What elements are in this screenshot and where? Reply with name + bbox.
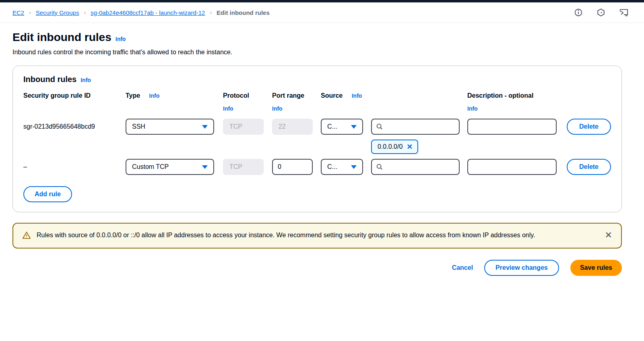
breadcrumb-separator: › [84, 9, 86, 16]
chevron-down-icon [202, 125, 208, 129]
rule-2-delete-button[interactable]: Delete [567, 159, 611, 175]
inbound-rules-panel: Inbound rules Info Security group rule I… [12, 66, 622, 212]
rule-row-2: – Custom TCP TCP C... Delete [23, 159, 611, 175]
rule-1-source-search-input[interactable] [386, 120, 455, 133]
warning-flashbar: Rules with source of 0.0.0.0/0 or ::/0 a… [12, 223, 622, 249]
rule-1-source-chip-row: 0.0.0.0/0 ✕ [371, 140, 611, 154]
rule-1-source-type-value: C... [327, 123, 337, 130]
search-icon [376, 123, 383, 130]
rule-1-source-chip: 0.0.0.0/0 ✕ [371, 140, 418, 154]
rule-2-source-type-select[interactable]: C... [321, 159, 363, 175]
warning-close-icon[interactable]: ✕ [605, 231, 612, 240]
rule-2-protocol-field: TCP [223, 159, 264, 175]
rule-2-port-input[interactable] [272, 159, 313, 175]
chevron-down-icon [351, 165, 357, 169]
rule-1-source-chip-value: 0.0.0.0/0 [378, 143, 402, 150]
page-description: Inbound rules control the incoming traff… [12, 49, 632, 56]
rule-1-description-input[interactable] [467, 119, 557, 135]
page-title-info-link[interactable]: Info [116, 36, 126, 42]
rule-1-source-search[interactable] [371, 119, 460, 135]
rule-1-port-field: 22 [272, 119, 313, 135]
page-header: Edit inbound rules Info Inbound rules co… [0, 23, 644, 56]
rule-2-type-value: Custom TCP [132, 163, 169, 170]
warning-text: Rules with source of 0.0.0.0/0 or ::/0 a… [37, 230, 599, 240]
info-icon[interactable] [574, 8, 583, 17]
rule-2-source-type-value: C... [327, 163, 337, 170]
column-header-row: Security group rule ID Type Info Protoco… [23, 92, 611, 112]
cancel-button[interactable]: Cancel [452, 264, 473, 271]
cloudshell-terminal-icon[interactable] [619, 8, 629, 17]
breadcrumb-separator: › [29, 9, 31, 16]
panel-info-link[interactable]: Info [80, 77, 91, 83]
preview-changes-button[interactable]: Preview changes [484, 260, 559, 276]
column-header-protocol: Protocol [223, 92, 264, 99]
rule-row-1: sgr-0213d95665648bcd9 SSH TCP 22 C... De… [23, 119, 611, 135]
page-title: Edit inbound rules [12, 31, 111, 44]
search-icon [376, 163, 383, 170]
source-info-link[interactable]: Info [352, 92, 362, 99]
rule-2-type-select[interactable]: Custom TCP [126, 159, 214, 175]
rule-1-delete-button[interactable]: Delete [567, 119, 611, 135]
rule-2-source-search-input[interactable] [386, 160, 455, 173]
chip-remove-icon[interactable]: ✕ [407, 143, 413, 150]
column-header-port-range: Port range [272, 92, 313, 99]
save-rules-button[interactable]: Save rules [570, 260, 622, 276]
port-range-info-link[interactable]: Info [272, 105, 283, 112]
protocol-info-link[interactable]: Info [223, 105, 233, 112]
rule-1-protocol-field: TCP [223, 119, 264, 135]
description-info-link[interactable]: Info [467, 105, 478, 112]
rule-1-type-value: SSH [132, 123, 145, 130]
column-header-rule-id: Security group rule ID [23, 92, 126, 99]
hexagon-shortcuts-icon[interactable] [597, 8, 605, 17]
chevron-down-icon [202, 165, 208, 169]
breadcrumb-security-group-id[interactable]: sg-0ab24e4608ccf17ab - launch-wizard-12 [91, 9, 205, 16]
breadcrumb-separator: › [210, 9, 212, 16]
breadcrumb-current-page: Edit inbound rules [217, 9, 270, 16]
panel-title: Inbound rules [23, 75, 76, 84]
breadcrumb: EC2 › Security Groups › sg-0ab24e4608ccf… [12, 9, 270, 16]
column-header-type: Type [126, 92, 140, 99]
rule-1-source-type-select[interactable]: C... [321, 119, 363, 135]
breadcrumb-ec2[interactable]: EC2 [12, 9, 24, 16]
rule-1-id: sgr-0213d95665648bcd9 [23, 123, 126, 130]
breadcrumb-security-groups[interactable]: Security Groups [36, 9, 79, 16]
rule-2-description-input[interactable] [467, 159, 557, 175]
rule-1-type-select[interactable]: SSH [126, 119, 214, 135]
footer-actions: Cancel Preview changes Save rules [0, 260, 622, 276]
rule-2-id: – [23, 163, 126, 170]
warning-triangle-icon [22, 231, 31, 241]
breadcrumb-bar: EC2 › Security Groups › sg-0ab24e4608ccf… [0, 2, 644, 23]
type-info-link[interactable]: Info [149, 92, 160, 99]
add-rule-button[interactable]: Add rule [23, 186, 72, 202]
header-utility-icons [574, 8, 629, 17]
column-header-source: Source [321, 92, 343, 99]
column-header-description: Description - optional [467, 92, 557, 99]
rule-2-source-search[interactable] [371, 159, 460, 175]
chevron-down-icon [351, 125, 357, 129]
